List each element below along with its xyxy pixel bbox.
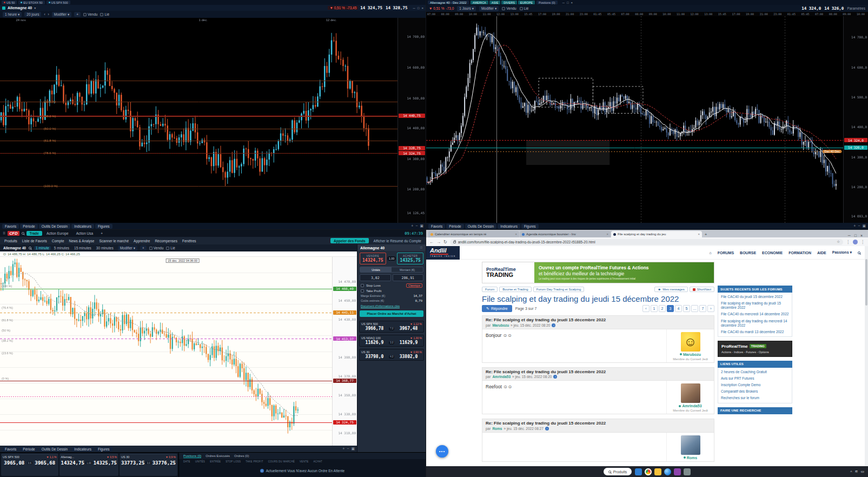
tile-sell-price[interactable]: 33773,25 [121, 460, 144, 466]
nav-aide[interactable]: AIDE [817, 251, 826, 255]
stop-loss-row[interactable]: Stop Loss Classique [361, 283, 422, 288]
tile-buy-price[interactable]: 11629,9 [395, 340, 422, 345]
bottom-tab-indicateurs[interactable]: Indicateurs [71, 447, 94, 452]
market-tile-us-spx-500[interactable]: US SPX 500▼ 1,1 %3965,080,63965,68 [1, 454, 58, 476]
author-name[interactable]: Amrinda53 [679, 404, 701, 408]
media-icon[interactable] [674, 468, 681, 475]
market-tile-allemag[interactable]: Allemag...▼ 0,5 %14324,751,0014325,75 [59, 454, 118, 476]
fullscreen-icon[interactable]: ▣ [351, 447, 355, 451]
avatar[interactable] [681, 435, 700, 455]
bottom-tab-outils-de-dessin[interactable]: Outils De Dessin [39, 224, 70, 229]
bottom-tab-indicateurs[interactable]: Indicateurs [498, 224, 520, 229]
bottom-tab-p-riode[interactable]: Période [20, 447, 37, 452]
nav-passions[interactable]: Passions ▾ [832, 250, 852, 255]
bottom-tab-outils-de-dessin[interactable]: Outils De Dessin [465, 224, 496, 229]
market-tile-us-30[interactable]: US 30▼ 0,90 %33798,04,033802,0 [359, 349, 424, 361]
shortnavi-button[interactable]: ShortNavi [690, 287, 714, 292]
back-icon[interactable]: ← [429, 240, 434, 244]
folder-icon[interactable] [654, 468, 661, 475]
link-checkbox[interactable]: Lié [100, 12, 109, 16]
bottom-tab-favoris[interactable]: Favoris [2, 224, 19, 229]
scrollbar-thumb[interactable] [865, 259, 867, 306]
kid-document-link[interactable]: Document d'informations clés [361, 304, 422, 308]
recent-topic-link[interactable]: File CAC40 du mercredi 14 décembre 2022 [721, 312, 789, 316]
tab-close-icon[interactable]: × [698, 233, 700, 236]
home-icon[interactable]: ⌂ [710, 251, 712, 255]
zoom-in-icon[interactable]: + [853, 224, 856, 228]
star-icon[interactable]: ☆ [420, 246, 423, 250]
breadcrumb-bourse-et-trading[interactable]: Bourse et Trading [499, 287, 531, 292]
chrome-icon[interactable] [645, 468, 652, 475]
recent-topic-link[interactable]: File scalping et day trading du mercredi… [721, 319, 789, 328]
tile-buy-price[interactable]: 14325,75 [94, 460, 117, 466]
browser-tab-calendrier-conomique-en-temps-[interactable]: Calendrier économique en temps ré× [428, 231, 519, 237]
post-author-link[interactable]: Roms [492, 427, 502, 430]
chevron-down-icon[interactable]: ▾ [34, 6, 36, 10]
market-tile-us-spx-500[interactable]: US SPX 500▼ 1,12 %3966,787,03967,48 [359, 321, 424, 333]
tile-buy-price[interactable]: 3965,68 [34, 460, 57, 466]
store-icon[interactable] [635, 468, 642, 475]
add-indicator-button[interactable]: + [74, 12, 81, 17]
group-button-asie[interactable]: ASIE [489, 1, 501, 4]
pager-prev[interactable]: ‹ [642, 305, 650, 312]
address-bar[interactable]: andlil.com/forum/file-scalping-et-day-tr… [450, 239, 843, 245]
price-axis[interactable]: 14 470,0014 450,0014 430,0014 410,0014 3… [332, 257, 357, 446]
positions-button[interactable]: Positions (0) [536, 1, 558, 4]
quantity-input[interactable]: 3,02 [360, 274, 391, 281]
useful-link[interactable]: 2 heures de Coaching Gratuit [721, 370, 789, 374]
bottom-tab-outils-de-dessin[interactable]: Outils De Dessin [39, 447, 70, 452]
chevron-up-icon[interactable]: ^ [850, 470, 852, 474]
pager-page-2[interactable]: 2 [659, 305, 666, 312]
link-checkbox[interactable]: Lié [520, 6, 529, 10]
search-icon[interactable] [858, 251, 860, 254]
menu-apprendre[interactable]: Apprendre [134, 239, 150, 243]
edge-icon[interactable] [664, 468, 671, 475]
scroll-left-icon[interactable]: ‹ [44, 12, 45, 16]
tile-buy-price[interactable]: 33776,25 [153, 460, 176, 466]
units-tab[interactable]: Unités [360, 267, 392, 272]
price-axis[interactable]: 14 700,0014 600,0014 500,0014 400,0014 3… [397, 18, 426, 223]
andlil-logo[interactable]: Andlil TRADER INSIDE [426, 246, 460, 260]
menu-compte[interactable]: Compte [52, 239, 64, 243]
pager-page-5[interactable]: 5 [683, 305, 690, 312]
fullscreen-icon[interactable]: ▣ [862, 224, 866, 228]
modify-button[interactable]: Modifier▾ [52, 12, 71, 17]
pager-next[interactable]: › [707, 305, 714, 312]
new-tab-button[interactable]: + [703, 231, 709, 237]
menu-r-compenses[interactable]: Récompenses [155, 239, 177, 243]
useful-link[interactable]: Recherches sur le forum [721, 396, 789, 400]
bottom-tab-figures[interactable]: Figures [95, 447, 112, 452]
timeframe-select[interactable]: 1 Jours▾ [457, 6, 476, 11]
modify-button[interactable]: Modifier▾ [479, 6, 499, 11]
bottom-tab-favoris[interactable]: Favoris [2, 447, 19, 452]
bottom-tab-indicateurs[interactable]: Indicateurs [71, 224, 94, 229]
useful-link[interactable]: Comparatif des Brokers [721, 389, 789, 394]
post-author-link[interactable]: Marubozu [492, 323, 509, 327]
taskbar-search[interactable]: Produits [604, 468, 632, 475]
workspace-tab-us-50[interactable]: US 50 [2, 1, 17, 4]
price-chart[interactable]: Dax 40 Déc [426, 16, 843, 223]
browser-tab-agenda-conomique-boursier-inv[interactable]: Agenda économique boursier - Inv× [520, 231, 611, 237]
add-button[interactable]: + [140, 246, 147, 250]
link-checkbox[interactable]: Lié [166, 246, 175, 250]
bottom-tab-figures[interactable]: Figures [95, 224, 112, 229]
prt-sidebar-ad[interactable]: ProRealTime TRADING Actions - Indices - … [718, 341, 792, 357]
recent-topic-link[interactable]: File CAC40 du jeudi 15 décembre 2022 [721, 295, 789, 299]
page-scrollbar[interactable] [865, 246, 868, 466]
tab-close-icon[interactable]: × [606, 233, 608, 236]
battery-icon[interactable]: ▭ [860, 469, 864, 474]
pager-page-3[interactable]: 3 [667, 305, 674, 312]
sell-checkbox[interactable]: Vendu [149, 246, 163, 250]
profile-avatar[interactable] [853, 240, 858, 244]
info-icon[interactable]: i [553, 375, 557, 379]
window-control[interactable]: ─ [848, 234, 851, 237]
range-select[interactable]: 20 jours [24, 12, 41, 17]
pager-page-4[interactable]: 4 [675, 305, 682, 312]
breadcrumb-forum[interactable]: Forum [482, 287, 498, 292]
bookmark-star-icon[interactable]: ☆ [837, 240, 840, 244]
window-control[interactable]: □ [854, 234, 857, 237]
tile-sell-price[interactable]: 14324,75 [61, 460, 84, 466]
timeframe-30-minutes[interactable]: 30 minutes [95, 246, 115, 250]
avatar[interactable] [681, 383, 700, 403]
search-icon[interactable] [22, 232, 24, 235]
